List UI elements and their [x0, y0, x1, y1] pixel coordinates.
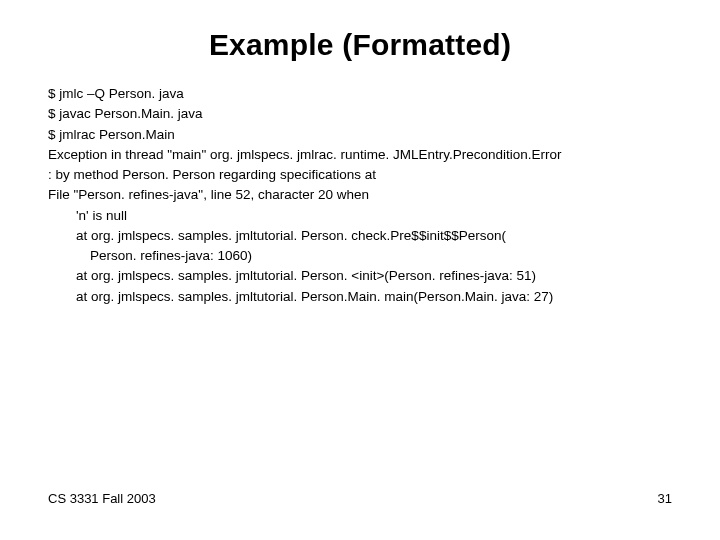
footer-left: CS 3331 Fall 2003 [48, 491, 156, 506]
output-line: File "Person. refines-java", line 52, ch… [48, 185, 672, 205]
output-line: at org. jmlspecs. samples. jmltutorial. … [48, 287, 672, 307]
page-number: 31 [658, 491, 672, 506]
output-line: : by method Person. Person regarding spe… [48, 165, 672, 185]
footer: CS 3331 Fall 2003 31 [48, 491, 672, 506]
output-line: $ jmlrac Person.Main [48, 125, 672, 145]
output-line: at org. jmlspecs. samples. jmltutorial. … [48, 266, 672, 286]
output-line: Person. refines-java: 1060) [48, 246, 672, 266]
slide: Example (Formatted) $ jmlc –Q Person. ja… [0, 0, 720, 540]
output-line: at org. jmlspecs. samples. jmltutorial. … [48, 226, 672, 246]
code-output-block: $ jmlc –Q Person. java $ javac Person.Ma… [48, 84, 672, 307]
output-line: Exception in thread "main" org. jmlspecs… [48, 145, 672, 165]
slide-title: Example (Formatted) [48, 28, 672, 62]
output-line: $ jmlc –Q Person. java [48, 84, 672, 104]
output-line: $ javac Person.Main. java [48, 104, 672, 124]
output-line: 'n' is null [48, 206, 672, 226]
